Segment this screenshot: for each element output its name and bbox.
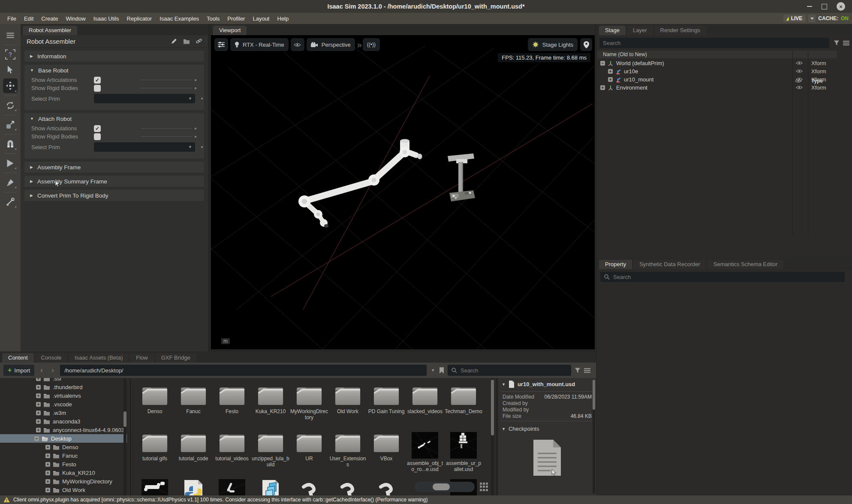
- tab-content[interactable]: Content: [2, 353, 34, 363]
- menu-create[interactable]: Create: [37, 15, 62, 22]
- minimize-button[interactable]: [807, 6, 812, 7]
- snap-tool[interactable]: [3, 137, 18, 151]
- path-field[interactable]: [60, 365, 427, 376]
- chevron-expand-icon[interactable]: »: [357, 40, 361, 50]
- grid-item[interactable]: User_Extensions: [329, 432, 367, 468]
- tree-item[interactable]: +MyWorkingDirectory: [0, 477, 127, 486]
- menu-isaac-utils[interactable]: Isaac Utils: [90, 15, 123, 22]
- menu-profiler[interactable]: Profiler: [223, 15, 249, 22]
- viewport-3d-canvas[interactable]: RTX - Real-Time Perspective » ((•)): [211, 35, 595, 349]
- tab-console[interactable]: Console: [35, 353, 68, 363]
- camera-button[interactable]: Perspective: [307, 38, 355, 51]
- section-assembly-summary-frame[interactable]: ▶ Assembly Summary Frame: [24, 176, 204, 187]
- visibility-eye-icon[interactable]: [796, 77, 803, 81]
- select-prim-dropdown[interactable]: ▼: [94, 94, 195, 103]
- menu-help[interactable]: Help: [274, 15, 293, 22]
- forward-button[interactable]: ›: [49, 366, 57, 375]
- live-dropdown[interactable]: [808, 15, 816, 22]
- tree-item[interactable]: +Old Work: [0, 486, 127, 494]
- select-prim-dropdown[interactable]: ▼: [94, 142, 195, 152]
- tree-scrollbar[interactable]: [123, 378, 126, 495]
- select-tool[interactable]: [3, 63, 18, 77]
- stage-search-input[interactable]: [599, 40, 829, 46]
- close-button[interactable]: ×: [837, 2, 845, 11]
- waypoint-button[interactable]: [580, 38, 592, 51]
- edit-icon[interactable]: [171, 38, 177, 44]
- grid-item[interactable]: Old Work: [329, 385, 367, 414]
- toolbar-menu-button[interactable]: [3, 28, 18, 42]
- tree-item[interactable]: +Festo: [0, 460, 127, 468]
- play-button[interactable]: [3, 156, 18, 170]
- live-sync-button[interactable]: LIVE: [783, 15, 806, 22]
- tree-item[interactable]: +.thunderbird: [0, 383, 127, 391]
- grid-item[interactable]: [136, 479, 174, 495]
- expand-icon[interactable]: +: [36, 428, 41, 432]
- collapse-icon[interactable]: −: [34, 436, 39, 441]
- content-search-input[interactable]: [460, 367, 571, 374]
- broadcast-button[interactable]: ((•)): [363, 38, 380, 51]
- details-header[interactable]: ▼ ur10_with_mount.usd: [498, 378, 596, 390]
- property-search-field[interactable]: [600, 272, 845, 282]
- path-dropdown-icon[interactable]: ▼: [430, 368, 436, 372]
- tab-robot-assembler[interactable]: Robot Assembler: [23, 26, 77, 35]
- bookmark-icon[interactable]: [439, 367, 444, 374]
- tab-stage[interactable]: Stage: [599, 26, 626, 35]
- grid-item[interactable]: MyWorkingDirectory: [290, 385, 328, 421]
- checkpoint-file-icon[interactable]: [532, 439, 563, 477]
- tab-viewport[interactable]: Viewport: [213, 26, 247, 35]
- content-search-field[interactable]: [448, 365, 571, 376]
- stage-row-ur10e[interactable]: + ur10e Xform: [597, 67, 837, 75]
- tree-item[interactable]: +.ssr: [0, 378, 127, 383]
- grid-item[interactable]: [290, 479, 328, 495]
- tree-item[interactable]: +.w3m: [0, 408, 127, 417]
- menu-file[interactable]: File: [3, 15, 20, 22]
- visibility-button[interactable]: [291, 38, 304, 51]
- tab-render-settings[interactable]: Render Settings: [654, 26, 706, 35]
- menu-tools[interactable]: Tools: [203, 15, 223, 22]
- menu-replicator[interactable]: Replicator: [123, 15, 156, 22]
- scale-tool[interactable]: [3, 118, 18, 132]
- property-search-input[interactable]: [612, 273, 845, 281]
- grid-item[interactable]: unzipped_lula_build: [252, 432, 289, 468]
- visibility-eye-icon[interactable]: [796, 85, 803, 90]
- tree-item[interactable]: +anaconda3: [0, 417, 127, 426]
- move-tool[interactable]: [3, 78, 18, 93]
- grid-item[interactable]: VBox: [367, 432, 405, 462]
- checkpoints-header[interactable]: ▼ Checkpoints: [498, 423, 596, 434]
- filter-icon[interactable]: [834, 40, 840, 46]
- grid-item[interactable]: Festo: [213, 385, 251, 414]
- section-information[interactable]: ▶ Information: [24, 51, 204, 62]
- expand-icon[interactable]: +: [36, 378, 41, 381]
- tree-item[interactable]: +.vscode: [0, 400, 127, 408]
- options-icon[interactable]: [584, 368, 590, 373]
- grid-item[interactable]: Denso: [136, 385, 174, 414]
- utilities-tool[interactable]: [3, 195, 18, 209]
- expand-icon[interactable]: +: [45, 471, 50, 475]
- expand-icon[interactable]: +: [45, 462, 50, 467]
- grid-item[interactable]: slacked_videos: [406, 385, 444, 414]
- tab-synthetic-data-recorder[interactable]: Synthetic Data Recorder: [633, 260, 706, 269]
- stage-row-environment[interactable]: + Environment Xform: [597, 84, 837, 92]
- tab-semantics-schema-editor[interactable]: Semantics Schema Editor: [707, 260, 784, 269]
- import-button[interactable]: + Import: [3, 365, 34, 376]
- show-articulations-checkbox[interactable]: ✓: [94, 125, 101, 132]
- tab-gxf-bridge[interactable]: GXF Bridge: [155, 353, 196, 363]
- folder-icon[interactable]: [183, 39, 190, 44]
- menu-edit[interactable]: Edit: [20, 15, 37, 22]
- grid-item[interactable]: Kuka_KR210: [252, 385, 289, 414]
- expand-icon[interactable]: +: [608, 77, 613, 82]
- tree-item[interactable]: +Kuka_KR210: [0, 468, 127, 477]
- tree-item-selected[interactable]: −Desktop: [0, 434, 127, 443]
- visibility-eye-icon[interactable]: [796, 61, 803, 65]
- tree-item[interactable]: +.virtualenvs: [0, 391, 127, 400]
- paint-tool[interactable]: [3, 176, 18, 189]
- menu-isaac-examples[interactable]: Isaac Examples: [156, 15, 203, 22]
- show-rigid-bodies-checkbox[interactable]: ✓: [94, 85, 101, 92]
- tab-property[interactable]: Property: [599, 260, 632, 269]
- expand-icon[interactable]: +: [36, 411, 41, 415]
- section-convert-prim[interactable]: ▶ Convert Prim To Rigid Body: [24, 190, 204, 201]
- grid-item[interactable]: Techman_Demo: [445, 385, 482, 414]
- stage-row-ur10-mount[interactable]: + ur10_mount Xform: [597, 75, 837, 84]
- renderer-button[interactable]: RTX - Real-Time: [230, 38, 289, 51]
- expand-icon[interactable]: +: [45, 445, 50, 450]
